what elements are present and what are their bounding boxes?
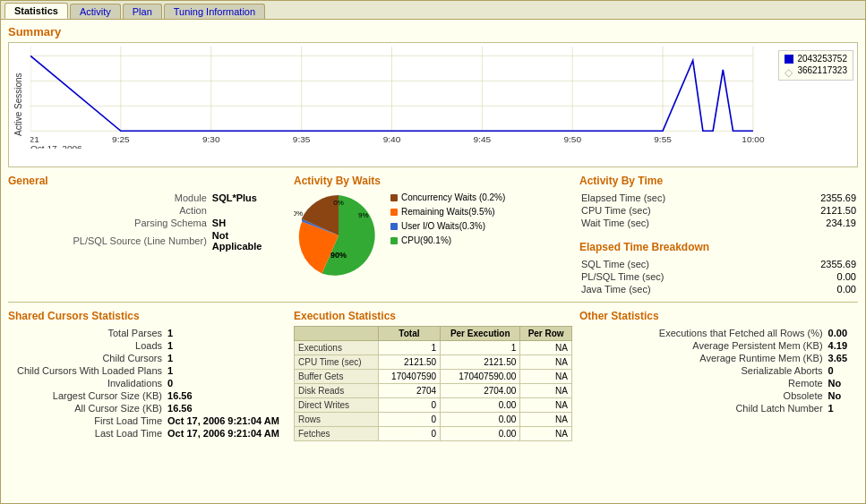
tab-statistics[interactable]: Statistics (4, 3, 68, 19)
exec-row-fetches: Fetches 0 0.00 NA (295, 427, 572, 441)
exec-total-cpu: 2121.50 (378, 355, 441, 370)
exec-metric-rows: Rows (295, 413, 379, 427)
exec-perrow-cpu: NA (520, 355, 572, 370)
general-table: Module SQL*Plus Action Parsing Schema SH… (8, 191, 287, 253)
time-label-elapsed: Elapsed Time (sec) (581, 192, 773, 203)
pie-label-userio: User I/O Waits(0.3%) (401, 219, 485, 234)
execution-stats-section: Execution Statistics Total Per Execution… (294, 310, 572, 441)
time-label-wait: Wait Time (sec) (581, 218, 773, 228)
general-label-module: Module (10, 192, 210, 203)
general-row-action: Action (10, 205, 285, 216)
legend-item-2: ◇ 3662117323 (785, 65, 847, 75)
sc-value-firstload: Oct 17, 2006 9:21:04 AM (167, 415, 285, 426)
os-label-childlatch: Child Latch Number (581, 403, 827, 414)
time-row-cpu: CPU Time (sec) 2121.50 (581, 205, 856, 216)
os-row-serializable: Serializable Aborts 0 (581, 365, 856, 376)
tab-activity-link[interactable]: Activity (80, 6, 111, 17)
exec-metric-cpu: CPU Time (sec) (295, 355, 379, 370)
exec-perexec-fetches: 0.00 (441, 427, 520, 441)
sc-value-largest: 16.56 (167, 390, 285, 401)
exec-total-rows: 0 (378, 413, 441, 427)
exec-row-cpu: CPU Time (sec) 2121.50 2121.50 NA (295, 355, 572, 370)
sc-value-loaded: 1 (167, 365, 285, 376)
svg-text:9%: 9% (358, 211, 369, 219)
os-row-avgruntime: Average Runtime Mem (KB) 3.65 (581, 353, 856, 363)
exec-perrow-directwrites: NA (520, 398, 572, 413)
pie-dot-cpu (390, 237, 398, 244)
svg-text:90%: 90% (330, 251, 347, 260)
pie-legend-cpu: CPU(90.1%) (390, 234, 505, 248)
pie-dot-remaining (390, 209, 398, 216)
svg-text:9:40: 9:40 (383, 134, 401, 144)
exec-perrow-executions: NA (520, 341, 572, 355)
svg-text:9:50: 9:50 (563, 134, 581, 144)
os-label-remote: Remote (581, 378, 827, 389)
activity-waits-title: Activity By Waits (294, 175, 572, 187)
sc-label-parses: Total Parses (10, 328, 166, 338)
breakdown-label-java: Java Time (sec) (581, 284, 772, 295)
pie-label-remaining: Remaining Waits(9.5%) (401, 205, 495, 219)
general-row-module: Module SQL*Plus (10, 192, 285, 203)
other-stats-section: Other Statistics Executions that Fetched… (579, 310, 858, 441)
sc-value-allsize: 16.56 (167, 403, 285, 414)
general-label-schema: Parsing Schema (10, 218, 210, 228)
breakdown-label-sql: SQL Time (sec) (581, 259, 772, 269)
pie-container: 0% 9% 0% 90% Concurrency Waits (0.2%) Re… (294, 191, 572, 280)
shared-cursors-section: Shared Cursors Statistics Total Parses 1… (8, 310, 287, 441)
sc-label-firstload: First Load Time (10, 415, 166, 426)
exec-perrow-diskreads: NA (520, 384, 572, 398)
time-value-cpu: 2121.50 (775, 205, 856, 216)
general-row-plsql: PL/SQL Source (Line Number) NotApplicabl… (10, 230, 285, 252)
exec-row-directwrites: Direct Writes 0 0.00 NA (295, 398, 572, 413)
activity-time-title: Activity By Time (579, 175, 858, 187)
sc-row-cursors: Child Cursors 1 (10, 353, 285, 363)
sc-row-parses: Total Parses 1 (10, 328, 285, 338)
exec-header-row: Total Per Execution Per Row (295, 327, 572, 341)
exec-metric-diskreads: Disk Reads (295, 384, 379, 398)
breakdown-row-sql: SQL Time (sec) 2355.69 (581, 259, 856, 269)
tab-plan-link[interactable]: Plan (133, 6, 152, 17)
sc-row-loads: Loads 1 (10, 340, 285, 351)
activity-waits-section: Activity By Waits (294, 175, 572, 296)
exec-perexec-rows: 0.00 (441, 413, 520, 427)
legend-label-1: 2043253752 (797, 54, 847, 64)
pie-label-cpu: CPU(90.1%) (401, 234, 451, 248)
general-label-plsql: PL/SQL Source (Line Number) (10, 230, 210, 252)
legend-diamond-icon: ◇ (785, 66, 793, 75)
exec-perexec-buffergets: 170407590.00 (441, 370, 520, 384)
exec-perrow-buffergets: NA (520, 370, 572, 384)
exec-total-diskreads: 2704 (378, 384, 441, 398)
svg-text:9:21: 9:21 (30, 134, 39, 144)
exec-metric-buffergets: Buffer Gets (295, 370, 379, 384)
pie-chart-svg: 0% 9% 0% 90% (294, 191, 383, 280)
tab-tuning[interactable]: Tuning Information (164, 4, 265, 19)
os-label-obsolete: Obsolete (581, 390, 827, 401)
legend-color-1 (785, 55, 793, 64)
breakdown-row-java: Java Time (sec) 0.00 (581, 284, 856, 295)
exec-perexec-diskreads: 2704.00 (441, 384, 520, 398)
tab-activity[interactable]: Activity (70, 4, 121, 19)
elapsed-breakdown-title: Elapsed Time Breakdown (579, 241, 858, 253)
time-row-elapsed: Elapsed Time (sec) 2355.69 (581, 192, 856, 203)
legend-label-2: 3662117323 (797, 65, 847, 75)
sc-row-firstload: First Load Time Oct 17, 2006 9:21:04 AM (10, 415, 285, 426)
exec-col-per-exec: Per Execution (441, 327, 520, 341)
general-value-action (212, 205, 285, 216)
general-value-plsql: NotApplicable (212, 230, 285, 252)
time-label-cpu: CPU Time (sec) (581, 205, 773, 216)
exec-total-buffergets: 170407590 (378, 370, 441, 384)
exec-perrow-rows: NA (520, 413, 572, 427)
exec-metric-directwrites: Direct Writes (295, 398, 379, 413)
tab-tuning-link[interactable]: Tuning Information (174, 6, 255, 17)
pie-legend: Concurrency Waits (0.2%) Remaining Waits… (390, 191, 505, 248)
summary-chart: Active Sessions (8, 42, 858, 167)
os-value-avgruntime: 3.65 (828, 353, 856, 363)
os-label-fetchedrows: Executions that Fetched all Rows (%) (581, 328, 827, 338)
tab-plan[interactable]: Plan (123, 4, 162, 19)
pie-dot-concurrency (390, 194, 398, 201)
sc-label-invalid: Invalidations (10, 378, 166, 389)
pie-label-concurrency: Concurrency Waits (0.2%) (401, 191, 505, 205)
pie-legend-concurrency: Concurrency Waits (0.2%) (390, 191, 505, 205)
section-separator (8, 302, 858, 303)
exec-total-fetches: 0 (378, 427, 441, 441)
